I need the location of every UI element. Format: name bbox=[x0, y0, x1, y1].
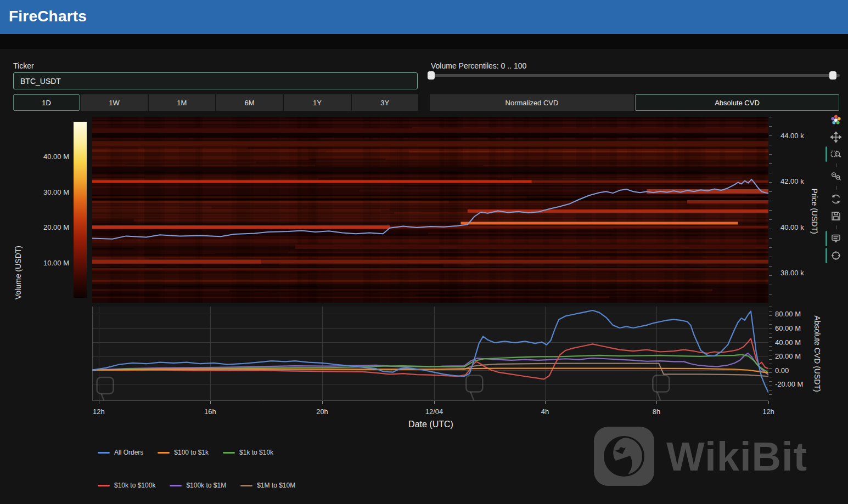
hover-closest-icon[interactable] bbox=[829, 232, 843, 245]
slider-handle-low[interactable] bbox=[428, 71, 435, 80]
range-button-6m[interactable]: 6M bbox=[216, 94, 283, 111]
price-tick-label: 44.00 k bbox=[780, 132, 804, 140]
plotly-modebar bbox=[828, 114, 844, 266]
legend-row-1: All Orders$100 to $1k$1k to $10k bbox=[98, 449, 273, 456]
time-range-button-group: 1D1W1M6M1Y3Y bbox=[13, 94, 418, 111]
legend-item--100-to-1k[interactable]: $100 to $1k bbox=[158, 449, 209, 456]
cvd-line-chart[interactable] bbox=[92, 307, 768, 401]
legend-label: $1M to $10M bbox=[257, 482, 295, 489]
cvd-tick-label: 0.00 bbox=[775, 366, 789, 374]
legend-label: $10k to $100k bbox=[114, 482, 155, 489]
x-tick-label: 12h bbox=[93, 407, 105, 416]
modebar-separator bbox=[836, 163, 836, 167]
volume-percentile-slider[interactable] bbox=[431, 74, 840, 77]
modebar-active-indicator bbox=[825, 248, 827, 263]
legend-item-all-orders[interactable]: All Orders bbox=[98, 449, 143, 456]
price-axis-ticks bbox=[769, 117, 772, 303]
pan-icon[interactable] bbox=[829, 131, 843, 144]
price-tick-label: 42.00 k bbox=[780, 177, 804, 185]
price-tick-label: 38.00 k bbox=[780, 269, 804, 277]
firecharts-app: FireCharts Ticker 1D1W1M6M1Y3Y Volume Pe… bbox=[0, 0, 848, 504]
wikibit-logo-icon bbox=[594, 427, 654, 486]
colorbar-tick-label: 20.00 M bbox=[43, 223, 69, 231]
x-tick-label: 16h bbox=[204, 407, 216, 416]
app-header: FireCharts bbox=[0, 0, 848, 34]
legend-line-swatch bbox=[158, 452, 170, 454]
range-button-1y[interactable]: 1Y bbox=[284, 94, 350, 111]
legend-item--1m-to-10m[interactable]: $1M to $10M bbox=[240, 482, 295, 489]
cvd-tick-label: 80.00 M bbox=[775, 310, 801, 318]
cvd-mode-button-group: Normalized CVDAbsolute CVD bbox=[430, 94, 839, 111]
plotly-logo-icon bbox=[829, 114, 843, 127]
wikibit-text: WikiBit bbox=[666, 433, 807, 480]
cvd-button-normalized-cvd[interactable]: Normalized CVD bbox=[430, 94, 634, 111]
cvd-tick-label: 40.00 M bbox=[775, 338, 801, 346]
x-tick-mark bbox=[768, 401, 769, 404]
colorbar-tick-label: 30.00 M bbox=[43, 188, 69, 196]
cvd-axis-title: Absolute CVD (USDT) bbox=[813, 315, 822, 392]
legend-item--100k-to-1m[interactable]: $100k to $1M bbox=[170, 482, 226, 489]
box-zoom-icon[interactable] bbox=[829, 148, 843, 161]
range-button-1d[interactable]: 1D bbox=[13, 94, 80, 111]
autoscale-icon[interactable] bbox=[829, 192, 843, 206]
modebar-active-indicator bbox=[825, 146, 827, 162]
cvd-tick-label: 20.00 M bbox=[775, 352, 801, 360]
x-tick-mark bbox=[434, 401, 435, 404]
zoom-in-out-icon[interactable] bbox=[829, 170, 843, 183]
slider-handle-high[interactable] bbox=[829, 71, 836, 80]
legend-label: All Orders bbox=[114, 449, 143, 456]
x-tick-label: 20h bbox=[316, 407, 328, 416]
crosshair-icon[interactable] bbox=[829, 249, 843, 262]
cvd-axis-ticks bbox=[769, 307, 772, 401]
legend-line-swatch bbox=[98, 452, 110, 454]
legend-line-swatch bbox=[98, 485, 110, 486]
subheader-strip bbox=[0, 34, 848, 49]
ticker-input[interactable] bbox=[13, 72, 418, 89]
legend-label: $100k to $1M bbox=[186, 482, 226, 489]
x-tick-mark bbox=[545, 401, 546, 404]
legend-row-2: $10k to $100k$100k to $1M$1M to $10M bbox=[98, 482, 295, 489]
cvd-button-absolute-cvd[interactable]: Absolute CVD bbox=[635, 94, 839, 111]
modebar-separator bbox=[836, 186, 836, 190]
range-button-3y[interactable]: 3Y bbox=[352, 94, 418, 111]
x-tick-mark bbox=[99, 401, 99, 404]
legend-item--10k-to-100k[interactable]: $10k to $100k bbox=[98, 482, 155, 489]
cvd-tick-label: 60.00 M bbox=[775, 324, 801, 332]
app-title: FireCharts bbox=[9, 8, 87, 25]
x-tick-mark bbox=[322, 401, 323, 404]
price-tick-label: 40.00 k bbox=[780, 223, 804, 231]
wikibit-watermark: WikiBit bbox=[594, 427, 807, 486]
volume-colorbar bbox=[74, 122, 87, 298]
cvd-tick-label: -20.00 M bbox=[775, 380, 803, 388]
modebar-active-indicator bbox=[825, 231, 827, 246]
legend-line-swatch bbox=[170, 485, 182, 486]
ticker-label: Ticker bbox=[13, 61, 34, 70]
x-axis-title: Date (UTC) bbox=[408, 420, 453, 429]
legend-line-swatch bbox=[223, 452, 235, 454]
legend-item--1k-to-10k[interactable]: $1k to $10k bbox=[223, 449, 273, 456]
legend-label: $1k to $10k bbox=[239, 449, 273, 456]
range-button-1w[interactable]: 1W bbox=[81, 94, 147, 111]
range-button-1m[interactable]: 1M bbox=[149, 94, 215, 111]
x-tick-label: 4h bbox=[541, 407, 549, 416]
volume-heatmap-chart[interactable] bbox=[92, 117, 768, 303]
x-tick-mark bbox=[656, 401, 657, 404]
legend-line-swatch bbox=[240, 485, 252, 486]
price-axis-title: Price (USDT) bbox=[810, 188, 819, 234]
modebar-separator bbox=[836, 225, 836, 229]
colorbar-tick-label: 10.00 M bbox=[43, 258, 69, 267]
legend-label: $100 to $1k bbox=[174, 449, 209, 456]
x-tick-label: 8h bbox=[653, 407, 660, 416]
x-tick-mark bbox=[210, 401, 211, 404]
save-image-icon[interactable] bbox=[829, 209, 843, 223]
x-tick-label: 12/04 bbox=[425, 407, 443, 416]
colorbar-tick-label: 40.00 M bbox=[43, 152, 69, 161]
volume-axis-title: Volume (USDT) bbox=[14, 246, 23, 299]
volume-percentiles-label: Volume Percentiles: 0 .. 100 bbox=[431, 61, 526, 70]
x-tick-label: 12h bbox=[762, 407, 774, 416]
